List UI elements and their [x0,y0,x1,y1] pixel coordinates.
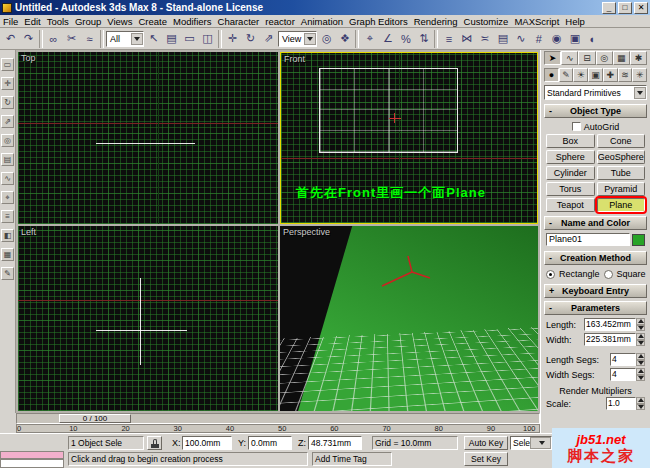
display-tab[interactable]: ▦ [613,51,630,65]
select-object-icon[interactable]: ↖ [145,30,162,47]
snap-toggle-icon[interactable]: ⌖ [361,30,378,47]
left-tool-icon-12[interactable]: ✎ [1,267,14,280]
menu-tools[interactable]: Tools [44,15,72,28]
geometry-category[interactable]: ● [544,68,559,82]
plane-button[interactable]: Plane [597,198,646,212]
set-key-button[interactable]: Set Key [464,452,508,466]
bind-to-space-warp-icon[interactable]: ≈ [81,30,98,47]
select-and-move-icon[interactable]: ✛ [224,30,241,47]
reference-coordinate-dropdown[interactable]: View [278,31,317,47]
geosphere-button[interactable]: GeoSphere [597,150,646,164]
mirror-icon[interactable]: ⋈ [458,30,475,47]
left-tool-icon-11[interactable]: ▦ [1,248,14,261]
spinner-down-icon[interactable] [636,360,645,367]
trackbar-tick[interactable]: 20 [121,425,129,433]
trackbar-tick[interactable]: 0 [17,425,21,433]
box-button[interactable]: Box [546,134,595,148]
lights-category[interactable]: ☀ [573,68,588,82]
rectangular-selection-region-icon[interactable]: ▭ [181,30,198,47]
dropdown-arrow-icon[interactable] [131,33,143,45]
menu-group[interactable]: Group [72,15,104,28]
width-input[interactable]: 225.381mm [584,333,636,346]
select-and-rotate-icon[interactable]: ↻ [242,30,259,47]
curve-editor-icon[interactable]: ∿ [512,30,529,47]
menu-animation[interactable]: Animation [298,15,346,28]
menu-create[interactable]: Create [135,15,170,28]
teapot-button[interactable]: Teapot [546,198,595,212]
utilities-tab[interactable]: ✱ [630,51,647,65]
spinner-down-icon[interactable] [636,325,645,332]
width-segs-input[interactable]: 4 [610,368,636,381]
left-tool-icon-4[interactable]: ⇗ [1,115,14,128]
select-by-name-icon[interactable]: ▤ [163,30,180,47]
trackbar-tick[interactable]: 10 [69,425,77,433]
menu-edit[interactable]: Edit [21,15,43,28]
length-segs-input[interactable]: 4 [610,353,636,366]
viewport-front-label[interactable]: Front [284,54,305,64]
dropdown-arrow-icon[interactable] [634,87,646,99]
systems-category[interactable]: ✳ [632,68,647,82]
object-type-rollout[interactable]: - Object Type [544,104,647,118]
trackbar-tick[interactable]: 40 [226,425,234,433]
tube-button[interactable]: Tube [597,166,646,180]
menu-file[interactable]: File [0,15,21,28]
dropdown-arrow-icon[interactable] [530,437,551,449]
keyboard-entry-rollout[interactable]: + Keyboard Entry [544,284,647,298]
key-mode-dropdown[interactable]: Selecte [510,436,552,450]
autogrid-checkbox[interactable] [572,122,581,131]
motion-tab[interactable]: ◎ [596,51,613,65]
undo-icon[interactable]: ↶ [2,30,19,47]
render-scene-icon[interactable]: ▣ [566,30,583,47]
viewport-left[interactable]: Left [18,226,278,411]
selection-filter-dropdown[interactable]: All [106,31,144,47]
menu-views[interactable]: Views [104,15,135,28]
spinner-down-icon[interactable] [636,340,645,347]
spinner-down-icon[interactable] [636,404,645,411]
trackbar[interactable]: 0102030405060708090100 [16,424,540,433]
viewport-left-label[interactable]: Left [21,227,36,237]
left-tool-icon-1[interactable]: ▭ [1,58,14,71]
schematic-view-icon[interactable]: # [530,30,547,47]
viewport-top[interactable]: Top [18,52,278,224]
time-slider-track[interactable]: 0 / 100 [16,413,540,424]
maximize-button[interactable]: □ [618,2,632,14]
primitives-dropdown[interactable]: Standard Primitives [544,85,647,100]
menu-modifiers[interactable]: Modifiers [170,15,215,28]
dropdown-arrow-icon[interactable] [304,33,316,45]
redo-icon[interactable]: ↷ [20,30,37,47]
left-tool-icon-10[interactable]: ◧ [1,229,14,242]
cameras-category[interactable]: ▣ [588,68,603,82]
menu-help[interactable]: Help [562,15,588,28]
z-coord-field[interactable]: 48.731mm [308,436,362,450]
window-crossing-icon[interactable]: ◫ [199,30,216,47]
angle-snap-icon[interactable]: ∠ [379,30,396,47]
menu-maxscript[interactable]: MAXScript [511,15,562,28]
parameters-rollout[interactable]: - Parameters [544,301,647,315]
add-time-tag[interactable]: Add Time Tag [312,452,392,466]
trackbar-tick[interactable]: 70 [382,425,390,433]
use-center-icon[interactable]: ◎ [318,30,335,47]
torus-button[interactable]: Torus [546,182,595,196]
creation-method-rollout[interactable]: - Creation Method [544,251,647,265]
spinner-snap-icon[interactable]: ⇅ [415,30,432,47]
trackbar-tick[interactable]: 60 [330,425,338,433]
x-coord-field[interactable]: 100.0mm [182,436,232,450]
maxscript-mini-listener-pink[interactable] [0,451,64,459]
maxscript-mini-listener-white[interactable] [0,459,64,468]
layer-manager-icon[interactable]: ▤ [494,30,511,47]
left-tool-icon-2[interactable]: ✛ [1,77,14,90]
sphere-button[interactable]: Sphere [546,150,595,164]
space-warps-category[interactable]: ≋ [618,68,633,82]
cylinder-button[interactable]: Cylinder [546,166,595,180]
trackbar-tick[interactable]: 50 [278,425,286,433]
trackbar-tick[interactable]: 30 [174,425,182,433]
spinner-down-icon[interactable] [636,375,645,382]
named-selection-sets-icon[interactable]: ≡ [440,30,457,47]
pyramid-button[interactable]: Pyramid [597,182,646,196]
menu-reactor[interactable]: reactor [262,15,298,28]
length-input[interactable]: 163.452mm [584,318,636,331]
left-tool-icon-8[interactable]: ⌖ [1,191,14,204]
material-editor-icon[interactable]: ◉ [548,30,565,47]
left-tool-icon-6[interactable]: ▤ [1,153,14,166]
hierarchy-tab[interactable]: ⊟ [578,51,595,65]
